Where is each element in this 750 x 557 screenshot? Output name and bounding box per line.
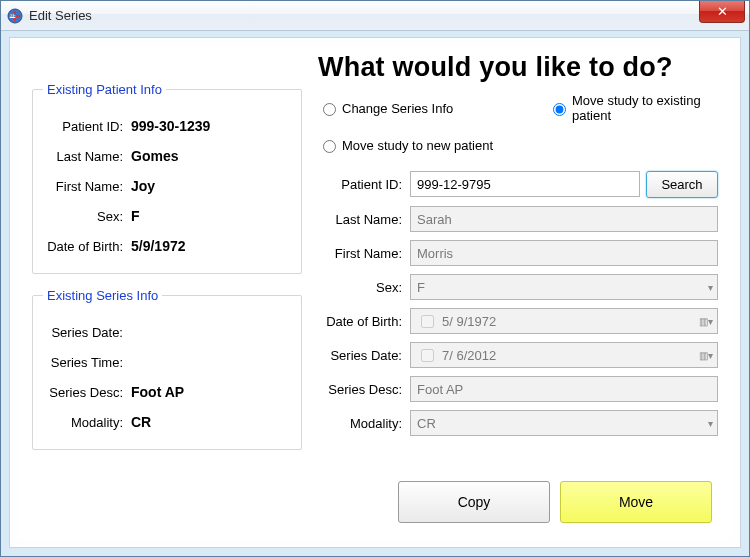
- chevron-down-icon: ▾: [708, 282, 713, 293]
- action-buttons: Copy Move: [398, 481, 712, 523]
- dob-datepicker: 5/ 9/1972 ▥▾: [410, 308, 718, 334]
- label-last-name: Last Name:: [43, 149, 131, 164]
- modality-combobox: CR ▾: [410, 410, 718, 436]
- page-heading: What would you like to do?: [318, 52, 718, 83]
- form-label-patient-id: Patient ID:: [318, 177, 410, 192]
- value-patient-id: 999-30-1239: [131, 118, 210, 134]
- window-title: Edit Series: [29, 8, 92, 23]
- value-last-name: Gomes: [131, 148, 178, 164]
- right-column: What would you like to do? Change Series…: [318, 52, 718, 529]
- series-date-datepicker: 7/ 6/2012 ▥▾: [410, 342, 718, 368]
- sex-combobox-value: F: [417, 280, 425, 295]
- form-label-series-date: Series Date:: [318, 348, 410, 363]
- radio-change-series[interactable]: [323, 103, 336, 116]
- close-icon: ✕: [717, 4, 728, 19]
- radio-move-new-label[interactable]: Move study to new patient: [342, 138, 493, 153]
- chevron-down-icon: ▾: [708, 418, 713, 429]
- dob-value: 5/ 9/1972: [442, 314, 711, 329]
- value-modality: CR: [131, 414, 151, 430]
- sex-combobox: F ▾: [410, 274, 718, 300]
- form-label-first-name: First Name:: [318, 246, 410, 261]
- form-label-dob: Date of Birth:: [318, 314, 410, 329]
- label-sex: Sex:: [43, 209, 131, 224]
- radio-move-existing[interactable]: [553, 103, 566, 116]
- edit-series-window: MED Edit Series ✕ Existing Patient Info …: [0, 0, 750, 557]
- search-button[interactable]: Search: [646, 171, 718, 198]
- dob-enable-checkbox: [421, 315, 434, 328]
- radio-change-series-label[interactable]: Change Series Info: [342, 101, 453, 116]
- series-date-value: 7/ 6/2012: [442, 348, 711, 363]
- close-button[interactable]: ✕: [699, 1, 745, 23]
- move-button[interactable]: Move: [560, 481, 712, 523]
- value-dob: 5/9/1972: [131, 238, 186, 254]
- label-dob: Date of Birth:: [43, 239, 131, 254]
- value-sex: F: [131, 208, 140, 224]
- radio-move-existing-label[interactable]: Move study to existing patient: [572, 93, 718, 123]
- modality-combobox-value: CR: [417, 416, 436, 431]
- label-series-desc: Series Desc:: [43, 385, 131, 400]
- option-radio-group: Change Series Info Move study to existin…: [318, 89, 718, 157]
- app-icon: MED: [7, 8, 23, 24]
- existing-patient-group: Existing Patient Info Patient ID: 999-30…: [32, 82, 302, 274]
- client-area: Existing Patient Info Patient ID: 999-30…: [9, 37, 741, 548]
- existing-series-legend: Existing Series Info: [43, 288, 162, 303]
- label-series-date: Series Date:: [43, 325, 131, 340]
- radio-move-new[interactable]: [323, 140, 336, 153]
- label-first-name: First Name:: [43, 179, 131, 194]
- svg-text:MED: MED: [9, 14, 17, 18]
- form-label-last-name: Last Name:: [318, 212, 410, 227]
- first-name-input: [410, 240, 718, 266]
- label-series-time: Series Time:: [43, 355, 131, 370]
- value-first-name: Joy: [131, 178, 155, 194]
- value-series-desc: Foot AP: [131, 384, 184, 400]
- form-label-series-desc: Series Desc:: [318, 382, 410, 397]
- existing-patient-legend: Existing Patient Info: [43, 82, 166, 97]
- label-modality: Modality:: [43, 415, 131, 430]
- last-name-input: [410, 206, 718, 232]
- series-desc-input: [410, 376, 718, 402]
- series-date-enable-checkbox: [421, 349, 434, 362]
- form-label-sex: Sex:: [318, 280, 410, 295]
- left-column: Existing Patient Info Patient ID: 999-30…: [32, 82, 302, 464]
- existing-series-group: Existing Series Info Series Date: Series…: [32, 288, 302, 450]
- form-label-modality: Modality:: [318, 416, 410, 431]
- label-patient-id: Patient ID:: [43, 119, 131, 134]
- copy-button[interactable]: Copy: [398, 481, 550, 523]
- patient-id-input[interactable]: [410, 171, 640, 197]
- titlebar: MED Edit Series ✕: [1, 1, 749, 31]
